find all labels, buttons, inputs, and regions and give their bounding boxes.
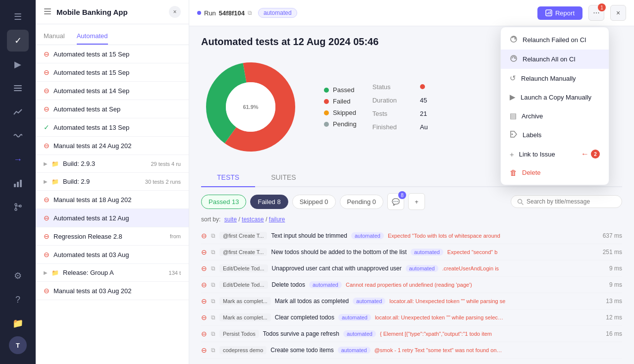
test-copy-icon[interactable]: ⧉ xyxy=(211,347,215,354)
report-button[interactable]: Report xyxy=(537,6,582,20)
filter-skipped-button[interactable]: Skipped 0 xyxy=(292,195,336,209)
list-item-active[interactable]: ⊖ Automated tests at 12 Aug xyxy=(36,209,189,227)
group-header[interactable]: ▶ 📁 Build: 2.9.3 29 tests 4 ru xyxy=(36,155,189,172)
nav-settings-icon[interactable]: ⚙ xyxy=(7,265,29,287)
search-box[interactable] xyxy=(511,195,622,208)
test-copy-icon[interactable]: ⧉ xyxy=(211,281,215,288)
test-status-icon: ⊖ xyxy=(201,346,207,354)
list-item[interactable]: ⊖ Automated tests at 15 Sep xyxy=(36,45,189,63)
filter-pending-button[interactable]: Pending 0 xyxy=(340,195,384,209)
legend-skipped: Skipped xyxy=(324,109,357,116)
list-item[interactable]: ✓ Automated tests at 13 Sep xyxy=(36,118,189,137)
nav-help-icon[interactable]: ? xyxy=(7,289,29,311)
topbar: Run 54f8f104 ⧉ automated Report ··· 1 × xyxy=(189,0,634,26)
close-main-button[interactable]: × xyxy=(610,5,626,21)
test-copy-icon[interactable]: ⧉ xyxy=(211,314,215,321)
test-suite-label: codepress demo xyxy=(219,346,266,354)
item-label: Automated tests at 03 Aug xyxy=(53,251,181,259)
comments-button[interactable]: 💬 8 xyxy=(387,193,404,210)
group-badge: 134 t xyxy=(169,270,181,276)
table-row[interactable]: ⊖ ⧉ codepress demo Create some todo item… xyxy=(201,342,622,359)
table-row[interactable]: ⊖ ⧉ @first Create T... Text input should… xyxy=(201,228,622,244)
svg-point-7 xyxy=(15,208,17,210)
tab-manual[interactable]: Manual xyxy=(44,28,65,45)
list-item[interactable]: ⊖ Manual tests at 18 Aug 202 xyxy=(36,191,189,209)
test-name: Unapproved user cant chat with unapprove… xyxy=(272,265,402,272)
run-prefix: Run xyxy=(204,9,216,17)
test-copy-icon[interactable]: ⧉ xyxy=(211,249,215,256)
sidebar-group-release: ▶ 📁 Release: Group A 134 t xyxy=(36,264,189,282)
group-header[interactable]: ▶ 📁 Build: 2.9 30 tests 2 runs xyxy=(36,173,189,190)
list-item[interactable]: ⊖ Manual tests at 24 Aug 202 xyxy=(36,137,189,155)
user-avatar[interactable]: T xyxy=(9,336,27,354)
nav-wave-icon[interactable] xyxy=(7,125,29,147)
tab-suites[interactable]: SUITES xyxy=(255,168,312,187)
sidebar-close-button[interactable]: × xyxy=(169,6,181,18)
table-row[interactable]: ⊖ ⧉ Persist Todos Todos survive a page r… xyxy=(201,326,622,342)
dropdown-delete[interactable]: 🗑 Delete xyxy=(501,163,609,182)
sort-link-testcase[interactable]: testcase xyxy=(242,216,264,223)
dropdown-menu: Relaunch Failed on CI Relaunch All on CI… xyxy=(500,27,609,185)
list-item[interactable]: ⊖ Automated tests at Sep xyxy=(36,100,189,118)
nav-list-icon[interactable] xyxy=(7,77,29,99)
nav-chart-icon[interactable] xyxy=(7,172,29,194)
run-label: Run 54f8f104 ⧉ xyxy=(197,9,252,17)
test-tag-automated: automated xyxy=(406,265,438,272)
test-copy-icon[interactable]: ⧉ xyxy=(211,298,215,305)
more-options-button[interactable]: ··· 1 xyxy=(588,5,604,21)
list-item[interactable]: ⊖ Automated tests at 03 Aug xyxy=(36,246,189,264)
test-error-message: locator.all: Unexpected token "" while p… xyxy=(389,298,505,304)
link-issue-icon: + xyxy=(510,150,514,158)
test-duration: 12 ms xyxy=(606,314,622,321)
list-item[interactable]: ⊖ Regression Release 2.8 from xyxy=(36,227,189,246)
tab-tests[interactable]: TESTS xyxy=(201,168,255,187)
table-row[interactable]: ⊖ ⧉ Edit/Delete Tod... Unapproved user c… xyxy=(201,260,622,277)
dropdown-archive[interactable]: ▤ Archive xyxy=(501,106,609,125)
tab-automated[interactable]: Automated xyxy=(77,28,108,45)
test-copy-icon[interactable]: ⧉ xyxy=(211,232,215,239)
table-row[interactable]: ⊖ ⧉ Mark as complet... Clear completed t… xyxy=(201,310,622,326)
copy-icon[interactable]: ⧉ xyxy=(248,9,252,16)
nav-menu-icon[interactable]: ☰ xyxy=(7,6,29,28)
table-row[interactable]: ⊖ ⧉ Mark as complet... Mark all todos as… xyxy=(201,293,622,310)
nav-export-icon[interactable]: → xyxy=(7,149,29,170)
test-error-message: Expected "second" b xyxy=(447,249,497,255)
item-label: Automated tests at Sep xyxy=(53,105,181,113)
test-status-icon: ⊖ xyxy=(201,313,207,321)
nav-play-icon[interactable]: ▶ xyxy=(7,53,29,75)
list-item[interactable]: ⊖ Automated tests at 14 Sep xyxy=(36,82,189,100)
dropdown-relaunch-manually[interactable]: ↺ Relaunch Manually xyxy=(501,69,609,88)
folder-icon: 📁 xyxy=(52,160,59,167)
list-item[interactable]: ⊖ Manual tests at 03 Aug 202 xyxy=(36,282,189,300)
report-label: Report xyxy=(555,9,575,17)
add-test-button[interactable]: + xyxy=(408,193,425,210)
dropdown-link-issue[interactable]: + Link to Issue ← 2 xyxy=(501,145,609,163)
expand-icon: ▶ xyxy=(44,270,48,275)
nav-trend-icon[interactable] xyxy=(7,101,29,123)
list-item[interactable]: ⊖ Automated tests at 15 Sep xyxy=(36,63,189,82)
sort-link-suite[interactable]: suite xyxy=(224,216,237,223)
filter-failed-button[interactable]: Failed 8 xyxy=(250,195,288,209)
legend: Passed Failed Skipped Pending xyxy=(324,57,357,156)
item-label: Automated tests at 14 Sep xyxy=(53,87,181,95)
table-row[interactable]: ⊖ ⧉ @first Create T... New todos should … xyxy=(201,244,622,260)
search-input[interactable] xyxy=(527,198,616,205)
donut-pct-passed: 61.9% xyxy=(256,112,272,119)
nav-folder-icon[interactable]: 📁 xyxy=(7,312,29,334)
test-copy-icon[interactable]: ⧉ xyxy=(211,330,215,337)
comments-badge: 8 xyxy=(398,191,406,199)
test-list: ⊖ ⧉ @first Create T... Text input should… xyxy=(201,228,622,359)
filter-passed-button[interactable]: Passed 13 xyxy=(201,195,246,209)
test-copy-icon[interactable]: ⧉ xyxy=(211,265,215,272)
dropdown-launch-copy[interactable]: ▶ Launch a Copy Manually xyxy=(501,88,609,106)
stat-value-finished: Au xyxy=(420,123,428,131)
test-tag-automated: automated xyxy=(338,314,371,321)
sort-link-failure[interactable]: failure xyxy=(269,216,285,223)
dropdown-labels[interactable]: Labels xyxy=(501,125,609,145)
group-header[interactable]: ▶ 📁 Release: Group A 134 t xyxy=(36,264,189,281)
dropdown-relaunch-all[interactable]: Relaunch All on CI xyxy=(501,50,609,69)
nav-branch-icon[interactable] xyxy=(7,196,29,218)
nav-check-icon[interactable]: ✓ xyxy=(7,30,29,52)
table-row[interactable]: ⊖ ⧉ Edit/Delete Tod... Delete todos auto… xyxy=(201,277,622,293)
dropdown-relaunch-failed[interactable]: Relaunch Failed on CI xyxy=(501,30,609,50)
